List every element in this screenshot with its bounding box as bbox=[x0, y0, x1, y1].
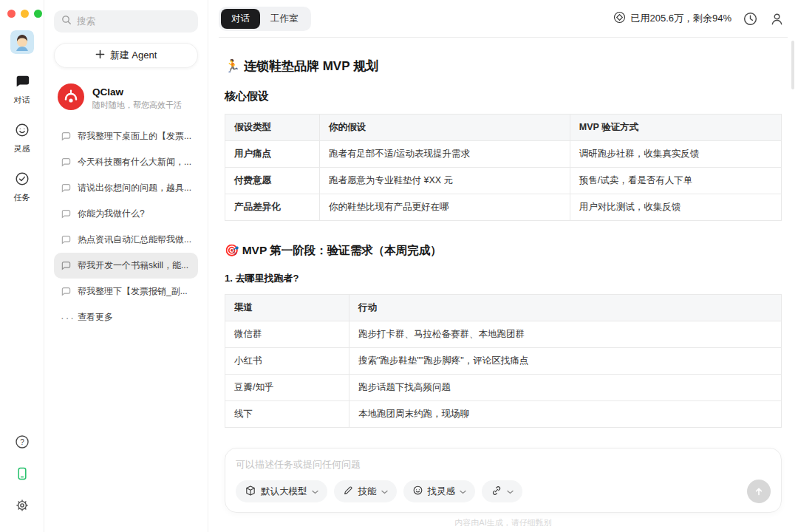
history-item[interactable]: 今天科技圈有什么大新闻，... bbox=[54, 149, 198, 175]
rail-menu: 对话 灵感 任务 bbox=[14, 73, 30, 203]
rail-item-inspiration[interactable]: 灵感 bbox=[14, 122, 30, 154]
table-cell: 你的鞋垫比现有产品更好在哪 bbox=[320, 194, 570, 221]
table-cell: 豆瓣/知乎 bbox=[225, 375, 349, 401]
history-item[interactable]: 帮我整理下【发票报销_副... bbox=[54, 279, 198, 304]
main-area: 对话 工作室 已用205.6万，剩余94% 🏃 连锁鞋垫品牌 MVP 规划 核心… bbox=[208, 0, 798, 532]
pen-icon bbox=[343, 485, 354, 498]
ai-disclaimer: 内容由AI生成，请仔细甄别 bbox=[208, 513, 798, 532]
chat-bubble-icon bbox=[61, 234, 72, 245]
model-selector-label: 默认大模型 bbox=[261, 485, 307, 498]
smiley-icon bbox=[412, 485, 423, 498]
hypothesis-table: 假设类型你的假设MVP 验证方式用户痛点跑者有足部不适/运动表现提升需求调研跑步… bbox=[225, 114, 782, 221]
doc-title: 🏃 连锁鞋垫品牌 MVP 规划 bbox=[225, 58, 782, 75]
inspiration-button[interactable]: 找灵感 bbox=[403, 480, 476, 502]
chat-bubble-icon bbox=[61, 208, 72, 219]
table-row: 微信群跑步打卡群、马拉松备赛群、本地跑团群 bbox=[225, 321, 782, 348]
table-row: 付费意愿跑者愿意为专业鞋垫付 ¥XX 元预售/试卖，看是否有人下单 bbox=[225, 168, 782, 194]
plus-icon bbox=[95, 50, 105, 61]
arrow-up-icon bbox=[753, 485, 765, 497]
search-input[interactable] bbox=[77, 16, 191, 27]
topbar: 对话 工作室 已用205.6万，剩余94% bbox=[208, 0, 798, 37]
mobile-button[interactable] bbox=[15, 466, 30, 481]
send-button[interactable] bbox=[747, 480, 771, 503]
history-button[interactable] bbox=[743, 11, 758, 27]
history-item[interactable]: 你能为我做什么? bbox=[54, 201, 198, 227]
traffic-light[interactable] bbox=[7, 10, 16, 18]
table-cell: 本地跑团周末约跑，现场聊 bbox=[349, 401, 781, 428]
attach-button[interactable] bbox=[482, 480, 522, 502]
app-window: 对话 灵感 任务 ? 新建 Agent bbox=[0, 0, 798, 532]
rail-item-label: 灵感 bbox=[14, 143, 30, 154]
chat-content: 🏃 连锁鞋垫品牌 MVP 规划 核心假设 假设类型你的假设MVP 验证方式用户痛… bbox=[208, 38, 798, 448]
table-header-cell: MVP 验证方式 bbox=[570, 115, 781, 141]
qclaw-logo-icon bbox=[57, 83, 85, 114]
search-box bbox=[54, 10, 198, 33]
history-item[interactable]: 帮我整理下桌面上的【发票... bbox=[54, 123, 198, 149]
composer-wrap: 可以描述任务或提问任何问题 默认大模型 技能 找灵感 bbox=[208, 448, 798, 513]
table-cell: 产品差异化 bbox=[225, 194, 320, 221]
phone-icon bbox=[15, 466, 30, 481]
agent-tagline: 随时随地，帮您高效干活 bbox=[92, 100, 182, 111]
table-cell: 用户对比测试，收集反馈 bbox=[570, 194, 781, 221]
chat-icon bbox=[14, 73, 30, 92]
task-check-icon bbox=[14, 171, 30, 190]
usage-text: 已用205.6万，剩余94% bbox=[630, 12, 732, 25]
tab-studio[interactable]: 工作室 bbox=[260, 9, 309, 29]
table-cell: 调研跑步社群，收集真实反馈 bbox=[570, 141, 781, 168]
profile-button[interactable] bbox=[769, 11, 785, 27]
channels-table: 渠道行动微信群跑步打卡群、马拉松备赛群、本地跑团群小红书搜索"跑步鞋垫""跑步脚… bbox=[225, 294, 782, 428]
usage-info: 已用205.6万，剩余94% bbox=[613, 11, 732, 26]
rail-item-label: 对话 bbox=[14, 95, 30, 106]
gear-icon bbox=[15, 498, 30, 513]
rail-item-chat[interactable]: 对话 bbox=[14, 73, 30, 106]
clock-icon bbox=[743, 11, 758, 27]
history-item-label: 帮我整理下【发票报销_副... bbox=[78, 285, 188, 298]
composer: 可以描述任务或提问任何问题 默认大模型 技能 找灵感 bbox=[225, 448, 782, 513]
table-row: 用户痛点跑者有足部不适/运动表现提升需求调研跑步社群，收集真实反馈 bbox=[225, 141, 782, 168]
table-cell: 小红书 bbox=[225, 348, 349, 375]
scrollbar[interactable] bbox=[791, 41, 794, 89]
rail-item-tasks[interactable]: 任务 bbox=[14, 171, 30, 203]
history-item[interactable]: 热点资讯自动汇总能帮我做... bbox=[54, 227, 198, 253]
table-cell: 线下 bbox=[225, 401, 349, 428]
table-cell: 微信群 bbox=[225, 321, 349, 348]
chevron-down-icon bbox=[381, 486, 388, 497]
settings-button[interactable] bbox=[15, 498, 30, 513]
more-dots-icon: ··· bbox=[61, 314, 72, 321]
traffic-light[interactable] bbox=[34, 10, 42, 18]
table-cell: 跑步打卡群、马拉松备赛群、本地跑团群 bbox=[349, 321, 781, 348]
person-icon bbox=[769, 11, 785, 27]
new-agent-label: 新建 Agent bbox=[110, 49, 157, 62]
link-icon bbox=[491, 485, 502, 499]
composer-input[interactable]: 可以描述任务或提问任何问题 bbox=[236, 458, 771, 471]
chat-bubble-icon bbox=[61, 157, 72, 168]
help-button[interactable]: ? bbox=[15, 434, 30, 449]
rail-item-label: 任务 bbox=[14, 192, 30, 203]
show-more-label: 查看更多 bbox=[78, 311, 113, 324]
sidebar: 新建 Agent QClaw 随时随地，帮您高效干活 帮我整理下桌面上的【发票.… bbox=[44, 0, 208, 532]
history-item[interactable]: 请说出你想问的问题，越具... bbox=[54, 175, 198, 201]
tab-chat[interactable]: 对话 bbox=[221, 9, 260, 29]
skills-button[interactable]: 技能 bbox=[334, 480, 397, 502]
chevron-down-icon bbox=[460, 486, 466, 497]
chevron-down-icon bbox=[507, 486, 514, 497]
show-more-button[interactable]: ··· 查看更多 bbox=[54, 304, 198, 330]
question-icon: ? bbox=[15, 434, 30, 449]
table-cell: 跑者愿意为专业鞋垫付 ¥XX 元 bbox=[320, 168, 570, 194]
history-item-active[interactable]: 帮我开发一个书籍skill，能... bbox=[54, 253, 198, 279]
search-icon bbox=[61, 15, 72, 28]
user-avatar[interactable] bbox=[10, 30, 34, 54]
traffic-light[interactable] bbox=[21, 10, 29, 18]
chat-bubble-icon bbox=[61, 260, 72, 271]
history-item-label: 今天科技圈有什么大新闻，... bbox=[78, 156, 191, 168]
inspiration-button-label: 找灵感 bbox=[428, 485, 456, 498]
table-cell: 用户痛点 bbox=[225, 141, 320, 168]
agent-entry[interactable]: QClaw 随时随地，帮您高效干活 bbox=[54, 79, 198, 117]
model-selector[interactable]: 默认大模型 bbox=[236, 480, 327, 502]
new-agent-button[interactable]: 新建 Agent bbox=[54, 43, 198, 68]
chevron-down-icon bbox=[312, 486, 318, 497]
section-heading: 核心假设 bbox=[225, 89, 782, 103]
svg-text:?: ? bbox=[20, 438, 24, 446]
table-header-cell: 假设类型 bbox=[225, 115, 320, 141]
history-item-label: 热点资讯自动汇总能帮我做... bbox=[78, 233, 191, 246]
